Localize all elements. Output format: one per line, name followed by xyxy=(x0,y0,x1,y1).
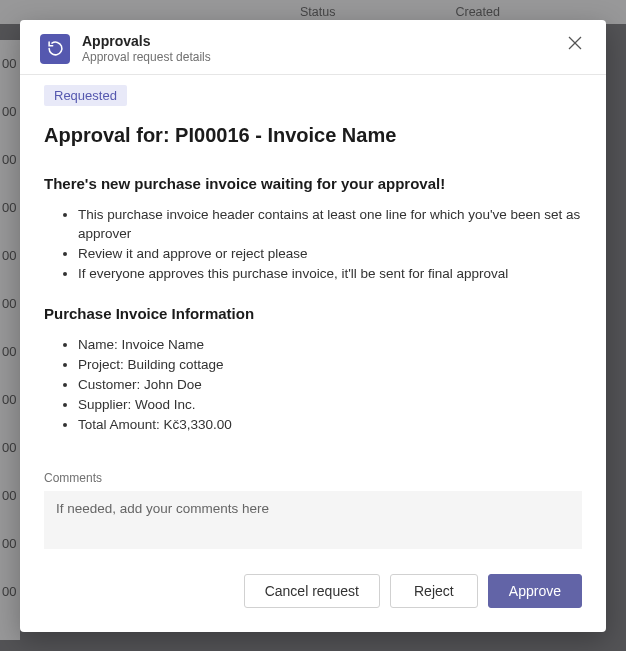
comments-section: Comments xyxy=(20,461,606,552)
modal-title: Approvals xyxy=(82,34,552,49)
info-heading: Purchase Invoice Information xyxy=(44,305,582,322)
approval-title: Approval for: PI00016 - Invoice Name xyxy=(44,124,582,147)
intro-list: This purchase invoice header contains at… xyxy=(44,206,582,284)
list-item: If everyone approves this purchase invoi… xyxy=(78,265,582,284)
list-item: Name: Invoice Name xyxy=(78,336,582,355)
list-item: This purchase invoice header contains at… xyxy=(78,206,582,244)
modal-body[interactable]: Requested Approval for: PI00016 - Invoic… xyxy=(20,75,606,461)
list-item: Review it and approve or reject please xyxy=(78,245,582,264)
list-item: Supplier: Wood Inc. xyxy=(78,396,582,415)
close-button[interactable] xyxy=(564,32,586,57)
info-list: Name: Invoice Name Project: Building cot… xyxy=(44,336,582,434)
cancel-request-button[interactable]: Cancel request xyxy=(244,574,380,608)
list-item: Customer: John Doe xyxy=(78,376,582,395)
modal-subtitle: Approval request details xyxy=(82,50,552,64)
approval-modal: Approvals Approval request details Reque… xyxy=(20,20,606,632)
intro-heading: There's new purchase invoice waiting for… xyxy=(44,175,582,192)
modal-header: Approvals Approval request details xyxy=(20,20,606,75)
close-icon xyxy=(568,36,582,50)
approve-button[interactable]: Approve xyxy=(488,574,582,608)
comments-input[interactable] xyxy=(44,491,582,549)
modal-footer: Cancel request Reject Approve xyxy=(20,552,606,632)
list-item: Project: Building cottage xyxy=(78,356,582,375)
comments-label: Comments xyxy=(44,471,582,485)
approvals-app-icon xyxy=(40,34,70,64)
modal-overlay: Approvals Approval request details Reque… xyxy=(0,0,626,651)
modal-header-text: Approvals Approval request details xyxy=(82,34,552,64)
reject-button[interactable]: Reject xyxy=(390,574,478,608)
list-item: Total Amount: Kč3,330.00 xyxy=(78,416,582,435)
status-badge: Requested xyxy=(44,85,127,106)
